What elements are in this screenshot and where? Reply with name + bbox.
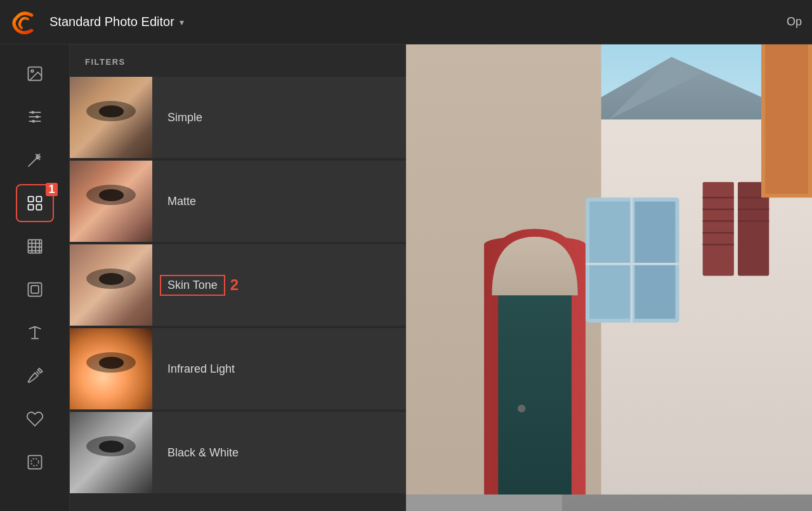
app-title-button[interactable]: Standard Photo Editor ▾	[49, 15, 184, 29]
sidebar-item-image[interactable]	[16, 55, 54, 93]
app-logo[interactable]	[10, 9, 37, 36]
svg-line-11	[39, 154, 40, 156]
filter-label-infrared: Infrared Light	[152, 362, 406, 376]
main-area: 1	[0, 44, 812, 511]
thumb-eye-skin-tone	[86, 269, 136, 289]
sidebar-item-overlays[interactable]	[16, 400, 54, 438]
adjustments-icon	[26, 108, 44, 126]
filter-list: Simple Matte Skin Tone 2	[70, 77, 406, 503]
vignette-icon	[26, 453, 44, 471]
svg-rect-64	[765, 44, 808, 194]
svg-line-30	[35, 327, 41, 329]
image-icon	[26, 65, 44, 83]
street-photo-svg	[406, 44, 812, 511]
svg-line-12	[36, 154, 37, 156]
filter-thumb-infrared	[70, 328, 152, 409]
filter-thumb-matte	[70, 161, 152, 242]
sidebar-item-brush[interactable]	[16, 357, 54, 395]
heart-icon	[26, 410, 44, 428]
svg-line-32	[36, 371, 39, 375]
svg-point-6	[36, 116, 39, 119]
sidebar-item-filters[interactable]: 1	[16, 184, 54, 222]
texture-icon	[26, 237, 44, 255]
filter-item-simple[interactable]: Simple	[70, 77, 406, 158]
svg-rect-27	[31, 286, 39, 293]
brush-icon	[26, 367, 44, 385]
filter-item-matte[interactable]: Matte	[70, 161, 406, 242]
text-icon	[26, 324, 44, 342]
filters-panel: FILTERS Simple Matte	[70, 44, 406, 511]
sidebar-item-text[interactable]	[16, 314, 54, 352]
sidebar-item-vignette[interactable]	[16, 443, 54, 481]
filters-grid-icon	[26, 194, 44, 212]
sidebar-item-adjustments[interactable]	[16, 98, 54, 136]
thumb-eye-simple	[86, 101, 136, 121]
filter-item-skin-tone[interactable]: Skin Tone 2	[70, 244, 406, 326]
topbar-right-action[interactable]: Op	[787, 15, 802, 29]
filter-thumb-black-white	[70, 412, 152, 493]
svg-rect-26	[28, 283, 41, 296]
icon-sidebar: 1	[0, 44, 70, 511]
photo-canvas	[406, 44, 812, 511]
filter-item-infrared-light[interactable]: Infrared Light	[70, 328, 406, 409]
sidebar-item-frame[interactable]	[16, 270, 54, 309]
filter-item-black-white[interactable]: Black & White	[70, 412, 406, 493]
svg-rect-17	[28, 204, 33, 209]
svg-rect-58	[635, 202, 676, 319]
frame-icon	[26, 281, 44, 298]
filter-label-matte: Matte	[152, 195, 406, 208]
skin-tone-badge: 2	[230, 276, 239, 294]
svg-rect-62	[406, 494, 562, 511]
thumb-eye-bw	[86, 436, 136, 456]
svg-rect-33	[28, 456, 41, 469]
svg-rect-18	[36, 204, 41, 209]
svg-point-45	[518, 405, 525, 413]
filter-label-black-white: Black & White	[152, 446, 406, 460]
topbar: Standard Photo Editor ▾ Op	[0, 0, 812, 44]
filters-badge: 1	[46, 183, 57, 196]
svg-rect-15	[28, 197, 33, 202]
filter-thumb-simple	[70, 77, 152, 158]
filters-header: FILTERS	[70, 44, 406, 77]
svg-point-5	[31, 111, 34, 114]
thumb-eye-infrared	[86, 352, 136, 373]
svg-point-1	[31, 70, 34, 72]
svg-rect-57	[589, 202, 630, 319]
svg-line-29	[29, 327, 34, 329]
svg-rect-46	[703, 182, 734, 276]
filter-label-simple: Simple	[152, 111, 406, 124]
sidebar-item-magic[interactable]	[16, 141, 54, 179]
magic-wand-icon	[26, 151, 44, 169]
thumb-eye-matte	[86, 185, 136, 205]
svg-point-34	[31, 458, 39, 466]
title-dropdown-arrow: ▾	[180, 17, 184, 27]
filter-thumb-skin-tone	[70, 244, 152, 326]
svg-line-8	[28, 159, 36, 167]
photo-area	[406, 44, 812, 511]
filter-label-skin-tone: Skin Tone	[160, 275, 225, 296]
svg-point-7	[32, 120, 35, 123]
app-title: Standard Photo Editor	[49, 15, 174, 29]
svg-rect-16	[36, 197, 41, 202]
svg-line-13	[39, 159, 40, 160]
sidebar-item-texture[interactable]	[16, 227, 54, 265]
